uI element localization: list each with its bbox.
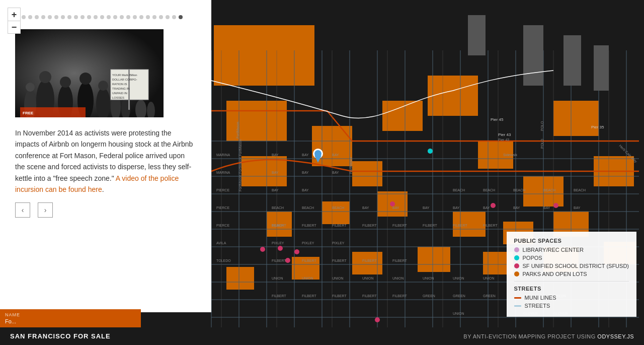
dot-11[interactable] xyxy=(87,15,91,19)
odyssey-link[interactable]: ODYSSEY.JS xyxy=(597,333,634,339)
dot-25[interactable] xyxy=(179,15,183,19)
dot-7[interactable] xyxy=(61,15,65,19)
zoom-controls: + − xyxy=(8,8,21,34)
dot-1[interactable] xyxy=(22,15,26,19)
legend-public-spaces-title: PUBLIC SPACES xyxy=(514,238,629,244)
svg-point-11 xyxy=(98,81,108,91)
map-pin xyxy=(312,149,324,165)
dot-15[interactable] xyxy=(113,15,117,19)
legend-item-label: STREETS xyxy=(525,303,550,309)
svg-text:LOSSES: LOSSES xyxy=(112,96,124,99)
svg-text:TRADING IN: TRADING IN xyxy=(112,87,130,90)
name-value: Fo... xyxy=(5,318,16,324)
legend-item: LIBRARY/REC CENTER xyxy=(514,247,629,253)
dot-16[interactable] xyxy=(120,15,124,19)
dot-20[interactable] xyxy=(146,15,150,19)
legend-line-icon xyxy=(514,297,521,299)
legend-dot-icon xyxy=(514,247,519,252)
svg-point-3 xyxy=(39,71,51,83)
zoom-in-button[interactable]: + xyxy=(8,8,21,21)
svg-text:RATION IS: RATION IS xyxy=(112,83,127,86)
legend-streets-title: STREETS xyxy=(514,286,629,292)
dot-8[interactable] xyxy=(67,15,71,19)
legend-item-label: PARKS AND OPEN LOTS xyxy=(523,271,587,277)
legend-item-label: LIBRARY/REC CENTER xyxy=(523,247,584,253)
name-box: NAME Fo... xyxy=(0,309,141,327)
svg-text:DOLLAR CORPO-: DOLLAR CORPO- xyxy=(112,78,137,81)
dot-12[interactable] xyxy=(94,15,98,19)
dot-14[interactable] xyxy=(107,15,111,19)
prev-button[interactable]: ‹ xyxy=(15,202,30,218)
legend-item: PARKS AND OPEN LOTS xyxy=(514,271,629,277)
legend-line-icon xyxy=(514,305,521,307)
legend-item-label: SF UNIFIED SCHOOL DISTRICT (SFUSD) xyxy=(523,263,629,269)
story-text-after-link: . xyxy=(102,185,104,193)
name-label: NAME xyxy=(5,312,136,317)
legend-dot-icon xyxy=(514,271,519,277)
dot-3[interactable] xyxy=(35,15,39,19)
svg-point-9 xyxy=(26,83,35,92)
dot-9[interactable] xyxy=(74,15,78,19)
legend-item: STREETS xyxy=(514,303,629,309)
legend-public-items: LIBRARY/REC CENTERPOPOSSF UNIFIED SCHOOL… xyxy=(514,247,629,277)
story-text: In November 2014 as activists were prote… xyxy=(15,127,196,195)
slide-panel: YOUR Multi-Billion DOLLAR CORPO- RATION … xyxy=(0,0,211,312)
legend-dot-icon xyxy=(514,255,519,260)
svg-text:UNPAID IN: UNPAID IN xyxy=(112,92,127,95)
svg-text:FREE: FREE xyxy=(23,111,34,115)
next-button[interactable]: › xyxy=(38,202,53,218)
legend-item-label: POPOS xyxy=(523,255,542,261)
dot-24[interactable] xyxy=(172,15,176,19)
legend-item-label: MUNI LINES xyxy=(525,295,556,301)
dot-2[interactable] xyxy=(28,15,32,19)
app-title: SAN FRANCISCO FOR SALE xyxy=(10,332,111,340)
nav-arrows: ‹ › xyxy=(15,202,196,218)
attribution-prefix: BY ANTI-EVICTION MAPPING PROJECT USING xyxy=(463,333,595,339)
legend-dot-icon xyxy=(514,263,519,268)
dot-13[interactable] xyxy=(100,15,104,19)
zoom-out-button[interactable]: − xyxy=(8,21,21,34)
svg-point-7 xyxy=(79,73,92,85)
dot-21[interactable] xyxy=(152,15,156,19)
dot-19[interactable] xyxy=(139,15,143,19)
svg-point-5 xyxy=(60,77,71,88)
attribution: BY ANTI-EVICTION MAPPING PROJECT USING O… xyxy=(463,333,634,339)
svg-text:YOUR Multi-Billion: YOUR Multi-Billion xyxy=(112,74,137,77)
dot-18[interactable] xyxy=(133,15,137,19)
legend-item: SF UNIFIED SCHOOL DISTRICT (SFUSD) xyxy=(514,263,629,269)
story-image: YOUR Multi-Billion DOLLAR CORPO- RATION … xyxy=(15,29,164,117)
bottom-bar: SAN FRANCISCO FOR SALE BY ANTI-EVICTION … xyxy=(0,327,644,345)
dot-5[interactable] xyxy=(48,15,52,19)
dot-22[interactable] xyxy=(159,15,163,19)
legend-item: POPOS xyxy=(514,255,629,261)
dot-4[interactable] xyxy=(41,15,45,19)
dots-navigation xyxy=(15,10,196,19)
legend: PUBLIC SPACES LIBRARY/REC CENTERPOPOSSF … xyxy=(507,232,636,317)
dot-10[interactable] xyxy=(80,15,85,19)
dot-6[interactable] xyxy=(54,15,58,19)
dot-17[interactable] xyxy=(126,15,130,19)
legend-street-items: MUNI LINESSTREETS xyxy=(514,295,629,309)
dot-23[interactable] xyxy=(166,15,170,19)
legend-item: MUNI LINES xyxy=(514,295,629,301)
